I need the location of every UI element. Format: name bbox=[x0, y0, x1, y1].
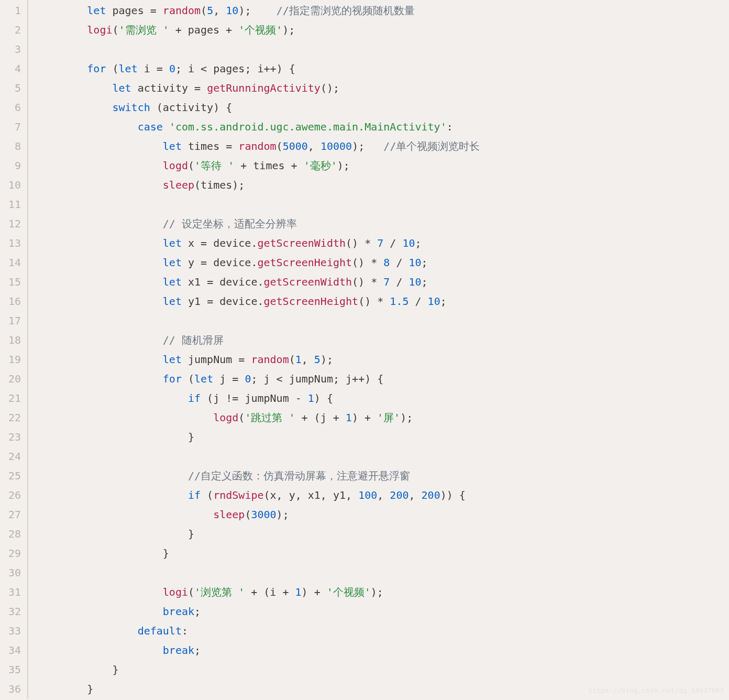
code-line bbox=[37, 311, 480, 331]
code-line: break; bbox=[37, 602, 480, 621]
code-line: for (let j = 0; j < jumpNum; j++) { bbox=[37, 369, 480, 389]
line-number: 5 bbox=[0, 79, 21, 98]
line-number: 6 bbox=[0, 98, 21, 117]
code-block: 1234567891011121314151617181920212223242… bbox=[0, 0, 729, 699]
line-number: 31 bbox=[0, 583, 21, 602]
code-line: logi('需浏览 ' + pages + '个视频'); bbox=[37, 20, 480, 40]
line-number: 10 bbox=[0, 176, 21, 195]
code-line: } bbox=[37, 680, 480, 699]
code-line: for (let i = 0; i < pages; i++) { bbox=[37, 59, 480, 79]
code-line: let pages = random(5, 10); //指定需浏览的视频随机数… bbox=[37, 1, 480, 20]
line-number: 13 bbox=[0, 234, 21, 253]
line-number: 19 bbox=[0, 350, 21, 369]
line-number: 33 bbox=[0, 621, 21, 641]
code-line: // 随机滑屏 bbox=[37, 331, 480, 350]
line-number: 8 bbox=[0, 137, 21, 156]
code-line: logi('浏览第 ' + (i + 1) + '个视频'); bbox=[37, 583, 480, 602]
line-number: 22 bbox=[0, 408, 21, 428]
line-number: 21 bbox=[0, 389, 21, 408]
line-number: 3 bbox=[0, 40, 21, 59]
line-number: 4 bbox=[0, 59, 21, 79]
line-number: 29 bbox=[0, 544, 21, 563]
line-number: 25 bbox=[0, 466, 21, 486]
line-number: 7 bbox=[0, 117, 21, 137]
code-line: default: bbox=[37, 621, 480, 641]
line-number-gutter: 1234567891011121314151617181920212223242… bbox=[0, 0, 28, 699]
code-line: sleep(times); bbox=[37, 176, 480, 195]
line-number: 23 bbox=[0, 428, 21, 447]
code-line: case 'com.ss.android.ugc.aweme.main.Main… bbox=[37, 117, 480, 137]
code-line: let times = random(5000, 10000); //单个视频浏… bbox=[37, 137, 480, 156]
line-number: 14 bbox=[0, 253, 21, 272]
line-number: 27 bbox=[0, 505, 21, 524]
line-number: 2 bbox=[0, 20, 21, 40]
code-line: //自定义函数：仿真滑动屏幕，注意避开悬浮窗 bbox=[37, 466, 480, 486]
code-line: break; bbox=[37, 641, 480, 660]
line-number: 1 bbox=[0, 1, 21, 20]
code-line: if (rndSwipe(x, y, x1, y1, 100, 200, 200… bbox=[37, 486, 480, 505]
line-number: 24 bbox=[0, 447, 21, 466]
line-number: 15 bbox=[0, 272, 21, 292]
watermark-text: https://blog.csdn.net/qq_14937803 bbox=[589, 684, 724, 697]
code-line: switch (activity) { bbox=[37, 98, 480, 117]
code-line: let activity = getRunningActivity(); bbox=[37, 79, 480, 98]
line-number: 17 bbox=[0, 311, 21, 331]
line-number: 34 bbox=[0, 641, 21, 660]
line-number: 18 bbox=[0, 331, 21, 350]
code-line: sleep(3000); bbox=[37, 505, 480, 524]
line-number: 32 bbox=[0, 602, 21, 621]
line-number: 20 bbox=[0, 369, 21, 389]
code-line: logd('等待 ' + times + '毫秒'); bbox=[37, 156, 480, 176]
code-line: // 设定坐标，适配全分辨率 bbox=[37, 214, 480, 234]
code-line: let y = device.getScreenHeight() * 8 / 1… bbox=[37, 253, 480, 272]
line-number: 16 bbox=[0, 292, 21, 311]
code-line: let x1 = device.getScreenWidth() * 7 / 1… bbox=[37, 272, 480, 292]
code-line: } bbox=[37, 544, 480, 563]
line-number: 36 bbox=[0, 680, 21, 699]
code-line: let x = device.getScreenWidth() * 7 / 10… bbox=[37, 234, 480, 253]
code-line: } bbox=[37, 660, 480, 680]
code-line: } bbox=[37, 524, 480, 544]
line-number: 35 bbox=[0, 660, 21, 680]
code-line bbox=[37, 563, 480, 583]
code-line bbox=[37, 195, 480, 214]
code-content: let pages = random(5, 10); //指定需浏览的视频随机数… bbox=[28, 0, 480, 699]
code-line: logd('跳过第 ' + (j + 1) + '屏'); bbox=[37, 408, 480, 428]
line-number: 12 bbox=[0, 214, 21, 234]
line-number: 30 bbox=[0, 563, 21, 583]
line-number: 28 bbox=[0, 524, 21, 544]
code-line: } bbox=[37, 428, 480, 447]
code-line: let jumpNum = random(1, 5); bbox=[37, 350, 480, 369]
line-number: 11 bbox=[0, 195, 21, 214]
code-line bbox=[37, 40, 480, 59]
line-number: 26 bbox=[0, 486, 21, 505]
line-number: 9 bbox=[0, 156, 21, 176]
code-line bbox=[37, 447, 480, 466]
code-line: if (j != jumpNum - 1) { bbox=[37, 389, 480, 408]
code-line: let y1 = device.getScreenHeight() * 1.5 … bbox=[37, 292, 480, 311]
